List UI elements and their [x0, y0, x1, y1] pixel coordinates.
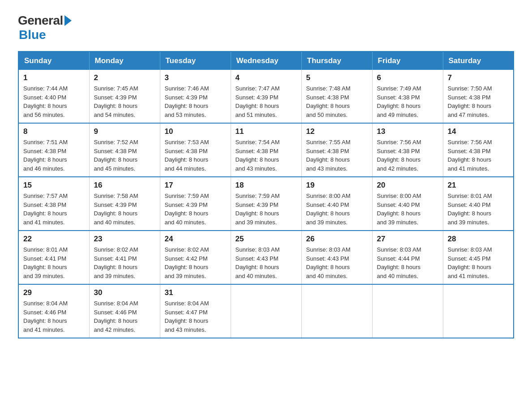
day-number: 22: [23, 235, 85, 244]
day-info: Sunrise: 7:45 AMSunset: 4:39 PMDaylight:…: [94, 84, 155, 119]
logo-general-text: General: [18, 13, 63, 28]
calendar-cell: 17 Sunrise: 7:59 AMSunset: 4:39 PMDaylig…: [160, 177, 231, 231]
calendar-week-row: 15 Sunrise: 7:57 AMSunset: 4:38 PMDaylig…: [18, 177, 514, 231]
day-info: Sunrise: 7:56 AMSunset: 4:38 PMDaylight:…: [448, 138, 509, 173]
calendar-cell: 29 Sunrise: 8:04 AMSunset: 4:46 PMDaylig…: [18, 284, 89, 338]
calendar-cell: 24 Sunrise: 8:02 AMSunset: 4:42 PMDaylig…: [160, 231, 231, 284]
day-info: Sunrise: 8:03 AMSunset: 4:45 PMDaylight:…: [448, 245, 509, 280]
day-number: 8: [23, 127, 85, 136]
day-info: Sunrise: 7:57 AMSunset: 4:38 PMDaylight:…: [23, 192, 85, 227]
day-number: 4: [236, 73, 297, 82]
day-number: 26: [306, 235, 368, 244]
day-info: Sunrise: 7:59 AMSunset: 4:39 PMDaylight:…: [165, 192, 226, 227]
calendar-cell: 30 Sunrise: 8:04 AMSunset: 4:46 PMDaylig…: [89, 284, 160, 338]
day-info: Sunrise: 7:56 AMSunset: 4:38 PMDaylight:…: [377, 138, 438, 173]
calendar-cell: 9 Sunrise: 7:52 AMSunset: 4:38 PMDayligh…: [89, 123, 160, 177]
calendar-cell: 6 Sunrise: 7:49 AMSunset: 4:38 PMDayligh…: [372, 70, 443, 123]
day-number: 24: [165, 235, 226, 244]
day-info: Sunrise: 7:59 AMSunset: 4:39 PMDaylight:…: [236, 192, 297, 227]
day-info: Sunrise: 7:50 AMSunset: 4:38 PMDaylight:…: [448, 84, 509, 119]
calendar-cell: [443, 284, 514, 338]
day-info: Sunrise: 7:53 AMSunset: 4:38 PMDaylight:…: [165, 138, 226, 173]
logo-arrow-icon: [64, 15, 72, 26]
calendar-cell: 21 Sunrise: 8:01 AMSunset: 4:40 PMDaylig…: [443, 177, 514, 231]
day-info: Sunrise: 8:03 AMSunset: 4:43 PMDaylight:…: [236, 245, 297, 280]
weekday-header-row: SundayMondayTuesdayWednesdayThursdayFrid…: [18, 51, 514, 70]
day-number: 14: [448, 127, 509, 136]
day-number: 18: [236, 181, 297, 190]
day-info: Sunrise: 8:00 AMSunset: 4:40 PMDaylight:…: [377, 192, 438, 227]
day-number: 23: [94, 235, 155, 244]
calendar-cell: 13 Sunrise: 7:56 AMSunset: 4:38 PMDaylig…: [372, 123, 443, 177]
calendar-week-row: 8 Sunrise: 7:51 AMSunset: 4:38 PMDayligh…: [18, 123, 514, 177]
day-info: Sunrise: 7:54 AMSunset: 4:38 PMDaylight:…: [236, 138, 297, 173]
day-info: Sunrise: 7:46 AMSunset: 4:39 PMDaylight:…: [165, 84, 226, 119]
calendar-cell: 16 Sunrise: 7:58 AMSunset: 4:39 PMDaylig…: [89, 177, 160, 231]
calendar-cell: 7 Sunrise: 7:50 AMSunset: 4:38 PMDayligh…: [443, 70, 514, 123]
calendar-cell: 27 Sunrise: 8:03 AMSunset: 4:44 PMDaylig…: [372, 231, 443, 284]
calendar-week-row: 1 Sunrise: 7:44 AMSunset: 4:40 PMDayligh…: [18, 70, 514, 123]
day-number: 11: [236, 127, 297, 136]
day-info: Sunrise: 7:48 AMSunset: 4:38 PMDaylight:…: [306, 84, 368, 119]
day-number: 15: [23, 181, 85, 190]
day-info: Sunrise: 7:47 AMSunset: 4:39 PMDaylight:…: [236, 84, 297, 119]
calendar-cell: [372, 284, 443, 338]
day-info: Sunrise: 7:51 AMSunset: 4:38 PMDaylight:…: [23, 138, 85, 173]
day-number: 12: [306, 127, 368, 136]
day-info: Sunrise: 7:55 AMSunset: 4:38 PMDaylight:…: [306, 138, 368, 173]
day-number: 1: [23, 73, 85, 82]
day-info: Sunrise: 8:04 AMSunset: 4:46 PMDaylight:…: [94, 299, 155, 334]
day-info: Sunrise: 8:01 AMSunset: 4:40 PMDaylight:…: [448, 192, 509, 227]
calendar-cell: 31 Sunrise: 8:04 AMSunset: 4:47 PMDaylig…: [160, 284, 231, 338]
day-number: 13: [377, 127, 438, 136]
logo-blue-text: Blue: [19, 28, 46, 42]
day-number: 6: [377, 73, 438, 82]
calendar-week-row: 29 Sunrise: 8:04 AMSunset: 4:46 PMDaylig…: [18, 284, 514, 338]
day-number: 31: [165, 288, 226, 297]
calendar-cell: [301, 284, 372, 338]
day-info: Sunrise: 8:03 AMSunset: 4:43 PMDaylight:…: [306, 245, 368, 280]
calendar-cell: 19 Sunrise: 8:00 AMSunset: 4:40 PMDaylig…: [301, 177, 372, 231]
day-info: Sunrise: 7:52 AMSunset: 4:38 PMDaylight:…: [94, 138, 155, 173]
calendar-cell: 8 Sunrise: 7:51 AMSunset: 4:38 PMDayligh…: [18, 123, 89, 177]
calendar-body: 1 Sunrise: 7:44 AMSunset: 4:40 PMDayligh…: [18, 70, 514, 338]
day-info: Sunrise: 7:44 AMSunset: 4:40 PMDaylight:…: [23, 84, 85, 119]
calendar-week-row: 22 Sunrise: 8:01 AMSunset: 4:41 PMDaylig…: [18, 231, 514, 284]
calendar-cell: 4 Sunrise: 7:47 AMSunset: 4:39 PMDayligh…: [231, 70, 301, 123]
logo: General Blue: [18, 13, 72, 42]
calendar-cell: 2 Sunrise: 7:45 AMSunset: 4:39 PMDayligh…: [89, 70, 160, 123]
day-number: 28: [448, 235, 509, 244]
day-number: 29: [23, 288, 85, 297]
day-number: 2: [94, 73, 155, 82]
day-info: Sunrise: 8:03 AMSunset: 4:44 PMDaylight:…: [377, 245, 438, 280]
day-number: 27: [377, 235, 438, 244]
day-info: Sunrise: 8:02 AMSunset: 4:42 PMDaylight:…: [165, 245, 226, 280]
weekday-header-friday: Friday: [372, 51, 443, 70]
weekday-header-thursday: Thursday: [301, 51, 372, 70]
day-info: Sunrise: 8:02 AMSunset: 4:41 PMDaylight:…: [94, 245, 155, 280]
calendar-cell: 26 Sunrise: 8:03 AMSunset: 4:43 PMDaylig…: [301, 231, 372, 284]
day-number: 7: [448, 73, 509, 82]
weekday-header-tuesday: Tuesday: [160, 51, 231, 70]
calendar-cell: 18 Sunrise: 7:59 AMSunset: 4:39 PMDaylig…: [231, 177, 301, 231]
weekday-header-saturday: Saturday: [443, 51, 514, 70]
day-info: Sunrise: 8:04 AMSunset: 4:46 PMDaylight:…: [23, 299, 85, 334]
day-number: 16: [94, 181, 155, 190]
day-info: Sunrise: 8:00 AMSunset: 4:40 PMDaylight:…: [306, 192, 368, 227]
day-number: 20: [377, 181, 438, 190]
calendar-cell: 20 Sunrise: 8:00 AMSunset: 4:40 PMDaylig…: [372, 177, 443, 231]
day-info: Sunrise: 7:49 AMSunset: 4:38 PMDaylight:…: [377, 84, 438, 119]
day-number: 30: [94, 288, 155, 297]
weekday-header-wednesday: Wednesday: [231, 51, 301, 70]
weekday-header-monday: Monday: [89, 51, 160, 70]
calendar-cell: 12 Sunrise: 7:55 AMSunset: 4:38 PMDaylig…: [301, 123, 372, 177]
calendar-cell: 15 Sunrise: 7:57 AMSunset: 4:38 PMDaylig…: [18, 177, 89, 231]
day-number: 3: [165, 73, 226, 82]
calendar-cell: 14 Sunrise: 7:56 AMSunset: 4:38 PMDaylig…: [443, 123, 514, 177]
day-number: 25: [236, 235, 297, 244]
day-info: Sunrise: 8:04 AMSunset: 4:47 PMDaylight:…: [165, 299, 226, 334]
weekday-header-sunday: Sunday: [18, 51, 89, 70]
calendar-cell: 23 Sunrise: 8:02 AMSunset: 4:41 PMDaylig…: [89, 231, 160, 284]
calendar-cell: 3 Sunrise: 7:46 AMSunset: 4:39 PMDayligh…: [160, 70, 231, 123]
day-info: Sunrise: 8:01 AMSunset: 4:41 PMDaylight:…: [23, 245, 85, 280]
